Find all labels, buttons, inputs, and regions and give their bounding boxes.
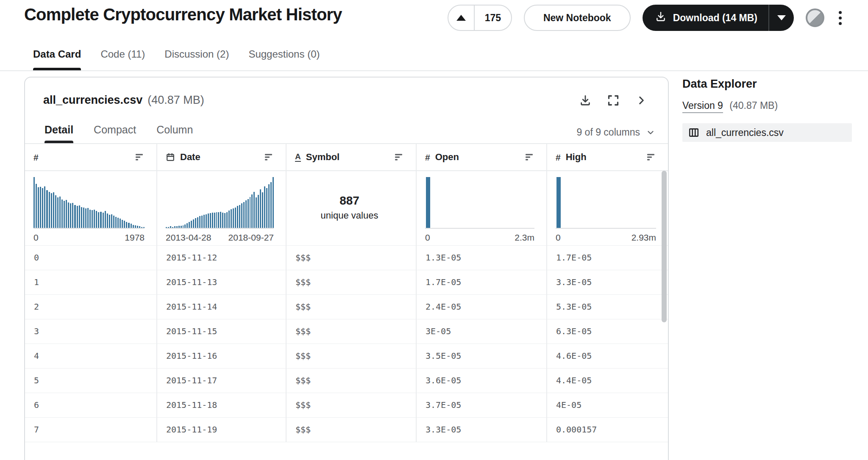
page-title: Complete Cryptocurrency Market History bbox=[24, 5, 342, 24]
table-scrollbar-thumb[interactable] bbox=[662, 171, 667, 322]
histogram-bar bbox=[72, 203, 73, 228]
histogram-bar bbox=[126, 222, 127, 228]
histogram-bar bbox=[111, 214, 112, 228]
upvote-button[interactable]: 175 bbox=[448, 5, 512, 31]
histogram-bar bbox=[51, 193, 52, 228]
histogram-bar bbox=[239, 205, 240, 228]
histogram-bar bbox=[170, 226, 171, 228]
download-options-button[interactable] bbox=[769, 5, 794, 31]
version-link[interactable]: Version 9 bbox=[682, 100, 723, 113]
histogram-bar bbox=[214, 213, 215, 228]
histogram-bar bbox=[128, 223, 129, 228]
table-cell: 2015-11-15 bbox=[157, 319, 287, 344]
file-name: all_currencies.csv bbox=[43, 94, 142, 107]
histogram-bar bbox=[89, 210, 91, 228]
histogram-bar bbox=[212, 213, 213, 228]
filter-icon[interactable] bbox=[136, 154, 145, 161]
column-header-high[interactable]: #High bbox=[547, 144, 668, 171]
unique-count: 887 bbox=[339, 194, 359, 208]
histogram-bar bbox=[87, 208, 89, 228]
table-cell: 3.3E-05 bbox=[417, 418, 547, 442]
histogram-bar bbox=[176, 226, 178, 228]
filter-icon[interactable] bbox=[395, 154, 404, 161]
histogram-bar bbox=[226, 212, 228, 228]
histogram-bar bbox=[273, 177, 274, 228]
histogram-bar bbox=[113, 216, 114, 228]
tab-data-card[interactable]: Data Card bbox=[33, 45, 81, 70]
table-cell: 2 bbox=[25, 295, 157, 319]
upvote-caret-zone[interactable] bbox=[448, 6, 474, 30]
histogram-bar bbox=[203, 215, 205, 228]
tab-compact[interactable]: Compact bbox=[94, 119, 136, 143]
tab-discussion[interactable]: Discussion (2) bbox=[164, 45, 229, 70]
tab-suggestions[interactable]: Suggestions (0) bbox=[248, 45, 320, 70]
table-cell: 2015-11-13 bbox=[157, 270, 287, 295]
histogram-bar bbox=[57, 197, 58, 228]
more-options-button[interactable] bbox=[836, 8, 844, 28]
new-notebook-button[interactable]: New Notebook bbox=[524, 5, 631, 31]
table-cell: 5 bbox=[25, 369, 157, 393]
histogram-bar bbox=[74, 205, 75, 228]
histogram-bar bbox=[49, 192, 50, 228]
histogram-bar bbox=[264, 186, 265, 228]
usability-rating-icon[interactable] bbox=[806, 8, 824, 27]
download-label: Download (14 MB) bbox=[673, 12, 757, 24]
upvote-count[interactable]: 175 bbox=[475, 12, 511, 24]
histogram-bar bbox=[55, 195, 56, 228]
card-download-button[interactable] bbox=[579, 94, 592, 107]
upvote-caret-icon bbox=[456, 15, 466, 21]
histogram-bar bbox=[245, 200, 247, 228]
column-header-index[interactable]: # bbox=[25, 144, 157, 171]
histogram-bar bbox=[109, 215, 110, 228]
histogram-bar bbox=[53, 192, 54, 228]
histogram-bar bbox=[92, 210, 93, 228]
histogram-bar bbox=[115, 217, 117, 228]
histogram-bar bbox=[256, 197, 257, 228]
histogram-bar bbox=[250, 197, 251, 228]
column-header-label: Open bbox=[435, 152, 459, 163]
histogram-max-label: 2.93m bbox=[632, 233, 656, 243]
histogram-bar bbox=[94, 210, 95, 228]
download-button[interactable]: Download (14 MB) bbox=[643, 5, 794, 31]
histogram-bar bbox=[426, 177, 430, 228]
histogram-bar bbox=[122, 220, 123, 228]
card-next-columns-button[interactable] bbox=[635, 94, 648, 107]
histogram-bar bbox=[231, 209, 232, 228]
histogram-bar bbox=[168, 227, 169, 228]
histogram-bar bbox=[206, 214, 207, 228]
tab-code[interactable]: Code (11) bbox=[100, 45, 145, 70]
column-header-date[interactable]: Date bbox=[157, 144, 287, 171]
histogram-min-label: 2013-04-28 bbox=[166, 233, 211, 243]
file-item-all-currencies[interactable]: all_currencies.csv bbox=[682, 123, 852, 142]
tab-detail[interactable]: Detail bbox=[45, 119, 73, 143]
tab-column[interactable]: Column bbox=[156, 119, 193, 143]
histogram-bar bbox=[191, 221, 192, 228]
histogram-bar bbox=[33, 177, 35, 228]
version-size: (40.87 MB) bbox=[729, 100, 778, 111]
filter-icon[interactable] bbox=[647, 154, 656, 161]
histogram-bar bbox=[195, 218, 196, 228]
kebab-dot bbox=[839, 11, 842, 14]
file-card-header: all_currencies.csv (40.87 MB) bbox=[25, 78, 668, 107]
card-fullscreen-button[interactable] bbox=[607, 94, 620, 107]
column-header-label: Symbol bbox=[306, 152, 339, 163]
histogram-plot bbox=[556, 177, 656, 229]
histogram-bar bbox=[186, 223, 188, 228]
histogram-date: 2013-04-282018-09-27 bbox=[157, 171, 287, 246]
histogram-bar bbox=[70, 203, 71, 228]
table-cell: 2015-11-17 bbox=[157, 369, 287, 393]
filter-icon[interactable] bbox=[265, 154, 274, 161]
histogram-bar bbox=[83, 208, 84, 228]
histogram-bar bbox=[40, 187, 41, 228]
numeric-type-icon: # bbox=[33, 153, 39, 162]
histogram-bar bbox=[174, 226, 175, 228]
histogram-bar bbox=[178, 226, 180, 228]
column-header-symbol[interactable]: ASymbol bbox=[287, 144, 417, 171]
filter-icon[interactable] bbox=[526, 154, 534, 161]
file-preview-card: all_currencies.csv (40.87 MB) bbox=[24, 77, 669, 460]
columns-dropdown[interactable]: 9 of 9 columns bbox=[576, 127, 655, 143]
column-header-open[interactable]: #Open bbox=[417, 144, 547, 171]
histogram-bar bbox=[131, 224, 132, 228]
table-cell: 0.000157 bbox=[547, 418, 668, 442]
histogram-bar bbox=[241, 203, 242, 228]
